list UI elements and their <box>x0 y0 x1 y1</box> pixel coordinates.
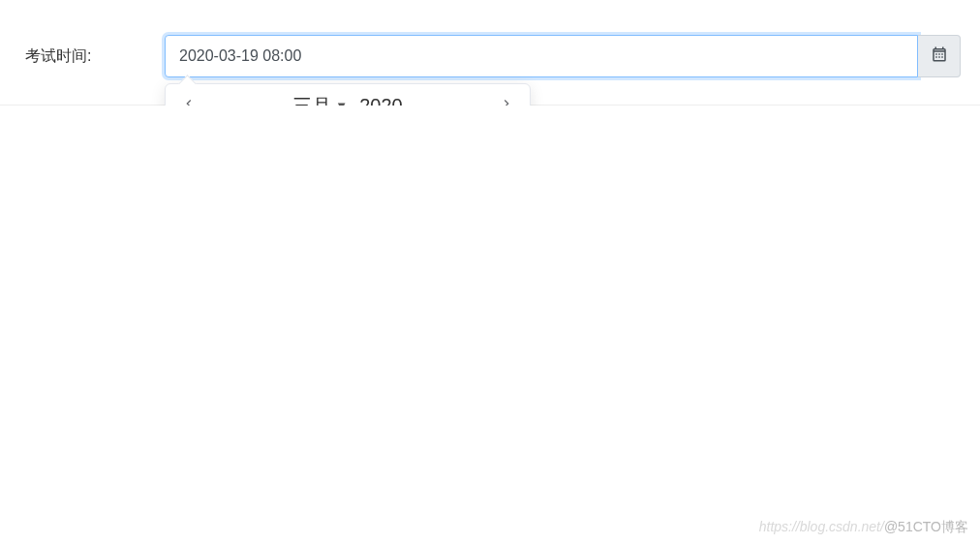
chevron-left-icon <box>182 97 196 106</box>
datetime-input[interactable] <box>165 35 918 77</box>
prev-month-button[interactable] <box>175 92 202 106</box>
month-year-display: 三月 ▼ 2020 <box>292 93 402 106</box>
next-month-button[interactable] <box>493 92 520 106</box>
chevron-right-icon <box>500 97 513 106</box>
month-label: 三月 <box>292 93 331 106</box>
picker-header: 三月 ▼ 2020 <box>166 84 530 106</box>
field-label: 考试时间: <box>19 46 165 67</box>
month-select[interactable]: 三月 ▼ <box>292 93 348 106</box>
calendar-button[interactable] <box>918 35 961 77</box>
datetime-picker: 三月 ▼ 2020 周日周一周二周三周四周五周六 123456789101112… <box>165 83 531 106</box>
form-row: 考试时间: 三月 ▼ 2020 <box>0 0 980 106</box>
year-label[interactable]: 2020 <box>359 95 403 106</box>
caret-down-icon: ▼ <box>335 99 348 106</box>
input-group: 三月 ▼ 2020 周日周一周二周三周四周五周六 123456789101112… <box>165 35 961 77</box>
calendar-icon <box>931 45 948 67</box>
